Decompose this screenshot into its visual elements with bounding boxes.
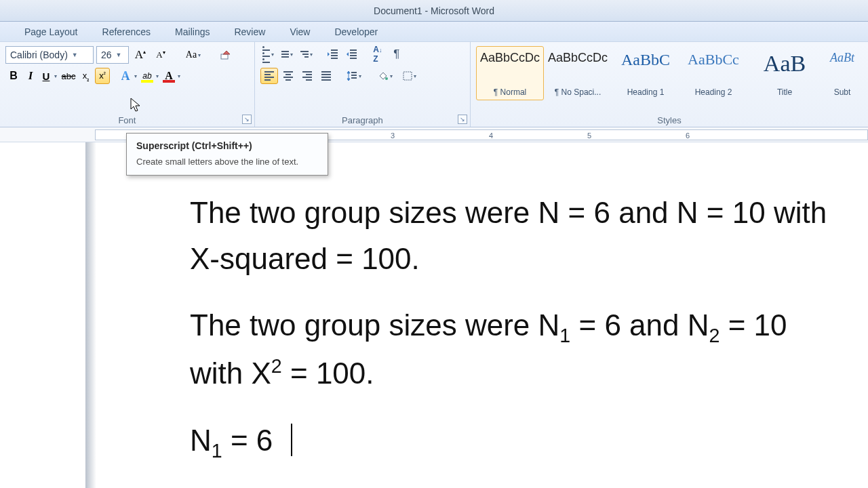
highlight-button[interactable]: ab ▾ (140, 68, 160, 83)
window-title: Document1 - Microsoft Word (374, 5, 494, 16)
tab-view[interactable]: View (277, 22, 322, 41)
italic-button[interactable]: I (23, 69, 38, 83)
chevron-down-icon: ▼ (116, 52, 122, 58)
chevron-down-icon: ▾ (53, 73, 58, 79)
chevron-down-icon: ▾ (197, 52, 202, 58)
chevron-down-icon: ▾ (176, 73, 182, 79)
align-center-icon (283, 71, 293, 81)
justify-icon (321, 71, 331, 81)
tab-references[interactable]: References (90, 22, 163, 41)
style-no-spacing[interactable]: AaBbCcDc ¶ No Spaci... (544, 46, 612, 100)
strikethrough-button[interactable]: abc (60, 71, 77, 81)
font-size-combo[interactable]: 26 ▼ (96, 46, 129, 64)
font-dialog-launcher[interactable]: ↘ (242, 115, 252, 124)
group-font: Calibri (Body) ▼ 26 ▼ A▴ A▾ Aa▾ B (0, 42, 255, 127)
show-marks-button[interactable]: ¶ (388, 46, 406, 62)
style-heading-1[interactable]: AaBbC Heading 1 (612, 46, 679, 100)
change-case-button[interactable]: Aa▾ (182, 46, 206, 64)
title-bar: Document1 - Microsoft Word (0, 0, 868, 22)
tab-partial[interactable]: t (0, 22, 12, 41)
line-spacing-button[interactable]: ▾ (343, 68, 366, 84)
style-normal[interactable]: AaBbCcDc ¶ Normal (476, 46, 544, 100)
text-effects-icon: A (121, 69, 130, 83)
font-color-button[interactable]: A ▾ (161, 68, 182, 83)
font-name-value: Calibri (Body) (10, 49, 68, 60)
eraser-icon (220, 49, 232, 61)
svg-rect-0 (221, 54, 228, 59)
style-heading-2[interactable]: AaBbCc Heading 2 (679, 46, 747, 100)
chevron-down-icon: ▾ (155, 73, 160, 79)
tab-review[interactable]: Review (222, 22, 277, 41)
align-right-icon (302, 71, 312, 81)
multilevel-icon (300, 51, 309, 58)
group-label-styles: Styles (471, 115, 868, 125)
indent-icon (346, 49, 358, 60)
borders-button[interactable]: ▾ (399, 68, 422, 84)
text-effects-button[interactable]: A ▾ (118, 68, 138, 83)
align-center-button[interactable] (279, 68, 297, 84)
style-title[interactable]: AaB Title (747, 46, 822, 100)
tab-developer[interactable]: Developer (322, 22, 390, 41)
line-spacing-icon (347, 70, 357, 81)
bullets-icon (262, 46, 270, 63)
decrease-indent-button[interactable] (324, 46, 342, 62)
align-right-button[interactable] (298, 68, 316, 84)
font-name-combo[interactable]: Calibri (Body) ▼ (5, 46, 94, 64)
svg-point-1 (385, 77, 388, 80)
shrink-font-button[interactable]: A▾ (152, 46, 170, 64)
svg-rect-2 (403, 72, 412, 80)
document-area[interactable]: The two group sizes were N = 6 and N = 1… (0, 142, 868, 488)
ribbon: Calibri (Body) ▼ 26 ▼ A▴ A▾ Aa▾ B (0, 42, 868, 127)
numbering-icon (281, 51, 289, 58)
justify-button[interactable] (317, 68, 335, 84)
superscript-button[interactable]: x² (95, 68, 110, 84)
underline-button[interactable]: U ▾ (39, 70, 58, 82)
borders-icon (403, 71, 412, 81)
style-subtitle[interactable]: AaBt Subt (822, 46, 863, 100)
sort-button[interactable]: A↓Z (369, 46, 387, 62)
align-left-icon (264, 71, 274, 81)
numbering-button[interactable]: ▾ (279, 46, 297, 62)
pilcrow-icon: ¶ (393, 47, 399, 61)
paragraph-dialog-launcher[interactable]: ↘ (458, 115, 467, 124)
shading-button[interactable]: ▾ (374, 68, 397, 84)
grow-font-button[interactable]: A▴ (132, 46, 149, 64)
ribbon-tabs: t Page Layout References Mailings Review… (0, 22, 868, 42)
bucket-icon (378, 70, 389, 81)
text-cursor (291, 424, 292, 456)
font-size-value: 26 (101, 49, 112, 60)
highlight-icon: ab (142, 71, 151, 81)
group-label-paragraph: Paragraph (255, 115, 470, 125)
chevron-down-icon: ▾ (133, 73, 138, 79)
multilevel-button[interactable]: ▾ (298, 46, 316, 62)
subscript-button[interactable]: x₂ (79, 68, 94, 84)
paragraph-3[interactable]: N1 = 6 (190, 418, 841, 466)
bold-button[interactable]: B (5, 70, 22, 82)
paragraph-2[interactable]: The two group sizes were N1 = 6 and N2 =… (190, 302, 841, 396)
chevron-down-icon: ▼ (72, 52, 78, 58)
clear-formatting-button[interactable] (217, 46, 235, 64)
align-left-button[interactable] (260, 68, 278, 84)
group-label-font: Font (0, 115, 254, 125)
tab-page-layout[interactable]: Page Layout (12, 22, 90, 41)
tooltip-body: Create small letters above the line of t… (136, 157, 318, 167)
tooltip-superscript: Superscript (Ctrl+Shift++) Create small … (126, 133, 328, 176)
tooltip-title: Superscript (Ctrl+Shift++) (136, 140, 318, 151)
outdent-icon (327, 49, 339, 60)
group-styles: AaBbCcDc ¶ Normal AaBbCcDc ¶ No Spaci...… (471, 42, 868, 127)
increase-indent-button[interactable] (343, 46, 361, 62)
group-paragraph: ▾ ▾ ▾ A↓Z ¶ (255, 42, 471, 127)
sort-icon: A↓Z (373, 45, 382, 64)
paragraph-1[interactable]: The two group sizes were N = 6 and N = 1… (190, 190, 841, 282)
page[interactable]: The two group sizes were N = 6 and N = 1… (95, 169, 841, 466)
bullets-button[interactable]: ▾ (260, 46, 278, 62)
page-edge (85, 142, 96, 488)
styles-gallery[interactable]: AaBbCcDc ¶ Normal AaBbCcDc ¶ No Spaci...… (476, 46, 863, 112)
tab-mailings[interactable]: Mailings (163, 22, 222, 41)
